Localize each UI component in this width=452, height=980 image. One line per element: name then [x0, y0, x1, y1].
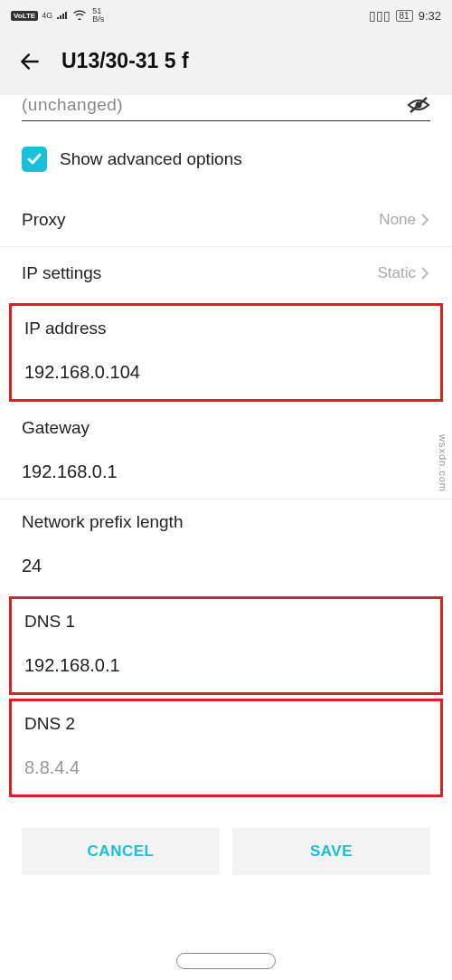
- chevron-right-icon: [419, 213, 430, 227]
- nav-pill-icon[interactable]: [176, 953, 276, 969]
- data-speed: 51 B/s: [92, 7, 104, 24]
- proxy-value-wrap: None: [379, 211, 430, 229]
- ip-settings-value-wrap: Static: [377, 264, 430, 282]
- advanced-options-row[interactable]: Show advanced options: [0, 138, 452, 194]
- checkbox-checked-icon[interactable]: [22, 147, 47, 172]
- password-value: (unchanged): [22, 95, 123, 115]
- prefix-length-value: 24: [22, 556, 430, 576]
- cancel-button[interactable]: CANCEL: [22, 828, 220, 875]
- ip-settings-row[interactable]: IP settings Static: [0, 247, 452, 300]
- dns2-field[interactable]: DNS 2 8.8.4.4: [9, 699, 443, 797]
- header-bar: U13/30-31 5 f: [0, 31, 452, 95]
- prefix-length-field[interactable]: Network prefix length 24: [0, 500, 452, 593]
- ip-settings-label: IP settings: [22, 263, 101, 283]
- eye-off-icon[interactable]: [407, 96, 430, 114]
- wifi-icon: [72, 9, 87, 23]
- battery-icon: 81: [396, 10, 413, 22]
- clock: 9:32: [419, 9, 441, 23]
- status-bar: VoLTE 4G 51 B/s ▯▯▯ 81 9:32: [0, 0, 452, 31]
- advanced-options-label: Show advanced options: [60, 149, 242, 169]
- nav-bar: [0, 953, 452, 969]
- signal-icon: [56, 9, 69, 23]
- back-icon[interactable]: [18, 50, 42, 73]
- dns1-label: DNS 1: [24, 612, 428, 632]
- prefix-length-label: Network prefix length: [22, 512, 430, 532]
- proxy-row[interactable]: Proxy None: [0, 194, 452, 247]
- gateway-value: 192.168.0.1: [22, 461, 430, 482]
- dns2-label: DNS 2: [24, 714, 428, 734]
- network-gen: 4G: [42, 12, 52, 20]
- volte-badge: VoLTE: [11, 11, 38, 21]
- chevron-right-icon: [419, 266, 430, 281]
- gateway-field[interactable]: Gateway 192.168.0.1: [0, 405, 452, 500]
- ip-address-label: IP address: [24, 319, 428, 338]
- dns1-field[interactable]: DNS 1 192.168.0.1: [9, 596, 443, 695]
- password-field[interactable]: (unchanged): [22, 95, 430, 121]
- watermark: wsxdn.com: [438, 434, 448, 492]
- proxy-value: None: [379, 211, 416, 229]
- ip-settings-value: Static: [377, 264, 416, 282]
- content: (unchanged) Show advanced options Proxy …: [0, 95, 452, 875]
- status-left: VoLTE 4G 51 B/s: [11, 7, 104, 24]
- ip-address-field[interactable]: IP address 192.168.0.104: [9, 303, 443, 402]
- gateway-label: Gateway: [22, 418, 430, 438]
- vibrate-icon: ▯▯▯: [369, 8, 391, 23]
- button-row: CANCEL SAVE: [0, 801, 452, 875]
- ip-address-value: 192.168.0.104: [24, 362, 428, 383]
- proxy-label: Proxy: [22, 210, 66, 230]
- status-right: ▯▯▯ 81 9:32: [369, 8, 441, 23]
- dns2-value: 8.8.4.4: [24, 757, 428, 778]
- dns1-value: 192.168.0.1: [24, 655, 428, 676]
- save-button[interactable]: SAVE: [232, 828, 430, 875]
- page-title: U13/30-31 5 f: [61, 49, 189, 73]
